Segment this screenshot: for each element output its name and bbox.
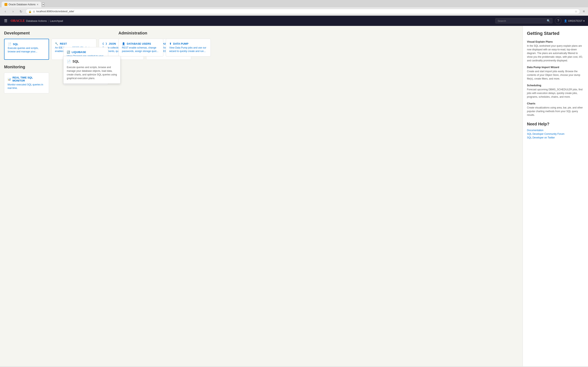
- gs-item-visual-explain: Visual Explain Plans In the SQL workshee…: [527, 40, 584, 62]
- json-icon: { }: [102, 42, 107, 45]
- new-tab-button[interactable]: +: [42, 3, 44, 7]
- administration-title: Administration: [118, 31, 211, 35]
- username-label: ORDSTEST: [568, 19, 582, 22]
- forward-button[interactable]: ›: [10, 8, 16, 14]
- gs-charts-desc: Create visualizations using area, bar, p…: [527, 106, 584, 117]
- development-title: Development: [4, 31, 519, 35]
- gs-item-data-pump: Data Pump Import Wizard Create and start…: [527, 66, 584, 81]
- administration-section: Administration 👤 DATABASE USERS REST ena…: [118, 31, 211, 57]
- search-icon[interactable]: 🔍: [547, 19, 550, 22]
- db-users-card-title: 👤 DATABASE USERS: [122, 42, 160, 45]
- rtsm-title-text: REAL TIME SQL MONITOR: [12, 76, 45, 82]
- url-display: localhost:8080/ords/ordstest/_sdw/: [36, 10, 573, 13]
- rest-icon: 🔧: [55, 42, 58, 45]
- getting-started-title: Getting Started: [527, 31, 584, 36]
- gs-visual-explain-title: Visual Explain Plans: [527, 40, 584, 43]
- db-users-title-text: DATABASE USERS: [127, 42, 151, 45]
- security-icon: 🔒: [28, 10, 32, 13]
- need-help-title: Need Help?: [527, 122, 584, 126]
- gs-scheduling-title: Scheduling: [527, 84, 584, 87]
- right-sidebar: Getting Started Visual Explain Plans In …: [523, 26, 588, 366]
- oracle-wordmark: ORACLE: [11, 19, 25, 23]
- tab-bar: 🔶 Oracle Database Actions × +: [0, 0, 588, 7]
- tooltip-description: Execute queries and scripts, browse and …: [67, 66, 117, 80]
- community-forum-link[interactable]: SQL Developer Community Forum: [527, 133, 584, 135]
- oracle-logo: ORACLE Database Actions | Launchpad: [11, 19, 63, 23]
- address-icon: ⊙: [33, 10, 35, 13]
- gs-data-pump-title: Data Pump Import Wizard: [527, 66, 584, 69]
- rtsm-icon: 📊: [8, 78, 11, 81]
- db-users-icon: 👤: [122, 42, 125, 45]
- app-header: ☰ ORACLE Database Actions | Launchpad 🔍 …: [0, 16, 588, 26]
- twitter-link[interactable]: SQL Developer on Twitter: [527, 136, 584, 139]
- sql-title-text: SQL: [13, 43, 18, 46]
- database-users-card[interactable]: 👤 DATABASE USERS REST enable schemas, ch…: [118, 39, 163, 57]
- sql-card-desc: Execute queries and scripts, browse and …: [8, 47, 45, 53]
- tab-close-button[interactable]: ×: [37, 3, 38, 6]
- data-pump-icon: ⬆: [169, 42, 172, 45]
- help-button[interactable]: ?: [555, 17, 562, 24]
- rest-title-text: REST: [60, 42, 67, 45]
- data-pump-card[interactable]: ⬆ DATA PUMP View Data Pump jobs and use …: [166, 39, 211, 57]
- search-input[interactable]: [498, 19, 545, 22]
- gs-item-charts: Charts Create visualizations using area,…: [527, 102, 584, 117]
- browser-menu-button[interactable]: ≡: [582, 9, 586, 14]
- liquibase-icon: 🔄: [67, 50, 70, 54]
- bookmark-icon[interactable]: ☆: [575, 10, 577, 13]
- sql-icon: 📄: [8, 42, 11, 46]
- reload-button[interactable]: ↻: [18, 8, 24, 14]
- rest-card-title: 🔧 REST: [55, 42, 93, 45]
- rtsm-card-title: 📊 REAL TIME SQL MONITOR: [8, 76, 45, 82]
- nav-extra-buttons: ≡: [582, 9, 586, 14]
- tooltip-icon: 📄: [67, 59, 71, 63]
- user-chevron-icon: ▾: [583, 19, 585, 22]
- data-pump-card-title: ⬆ DATA PUMP: [169, 42, 207, 45]
- gs-item-scheduling: Scheduling Forecast upcoming DBMS_SCHEDU…: [527, 84, 584, 99]
- active-tab[interactable]: 🔶 Oracle Database Actions ×: [2, 2, 41, 7]
- rtsm-card-desc: Monitor executed SQL queries in real tim…: [8, 83, 45, 90]
- getting-started-items: Visual Explain Plans In the SQL workshee…: [527, 40, 584, 117]
- sql-tooltip-popup: 📄 SQL Execute queries and scripts, brows…: [63, 56, 121, 83]
- search-box[interactable]: 🔍: [495, 18, 553, 24]
- back-button[interactable]: ‹: [2, 8, 8, 14]
- address-bar[interactable]: 🔒 ⊙ localhost:8080/ords/ordstest/_sdw/ ☆: [26, 9, 580, 14]
- liquibase-card-title: 🔄 LIQUIBASE: [67, 50, 105, 54]
- app-subtitle: Database Actions: [26, 19, 47, 22]
- sql-card-title: 📄 SQL: [8, 42, 45, 46]
- user-icon: 👤: [564, 19, 567, 22]
- main-content: Development 📄 SQL Execute queries and sc…: [0, 26, 588, 366]
- data-pump-card-desc: View Data Pump jobs and use our wizard t…: [169, 46, 207, 53]
- content-area: Development 📄 SQL Execute queries and sc…: [0, 26, 523, 366]
- browser-chrome: 🔶 Oracle Database Actions × + ‹ › ↻ 🔒 ⊙ …: [0, 0, 588, 16]
- hamburger-menu-button[interactable]: ☰: [3, 18, 8, 24]
- gs-data-pump-desc: Create and start import jobs easily. Bro…: [527, 69, 584, 81]
- administration-cards: 👤 DATABASE USERS REST enable schemas, ch…: [118, 39, 211, 57]
- gs-charts-title: Charts: [527, 102, 584, 105]
- db-users-card-desc: REST enable schemas, change passwords, a…: [122, 46, 160, 53]
- tooltip-title: 📄 SQL: [67, 59, 117, 63]
- gs-scheduling-desc: Forecast upcoming DBMS_SCHEDULER jobs, f…: [527, 88, 584, 99]
- documentation-link[interactable]: Documentation: [527, 129, 584, 132]
- need-help-section: Need Help? Documentation SQL Developer C…: [527, 122, 584, 139]
- sql-card[interactable]: 📄 SQL Execute queries and scripts, brows…: [4, 39, 49, 60]
- tab-favicon: 🔶: [4, 3, 7, 6]
- gs-visual-explain-desc: In the SQL worksheet your query explain …: [527, 44, 584, 62]
- browser-nav: ‹ › ↻ 🔒 ⊙ localhost:8080/ords/ordstest/_…: [0, 7, 588, 16]
- separator: |: [48, 19, 49, 22]
- user-menu-button[interactable]: 👤 ORDSTEST ▾: [564, 19, 585, 22]
- tab-title: Oracle Database Actions: [9, 3, 35, 6]
- launchpad-label: Launchpad: [50, 19, 63, 22]
- data-pump-title-text: DATA PUMP: [173, 42, 189, 45]
- real-time-sql-monitor-card[interactable]: 📊 REAL TIME SQL MONITOR Monitor executed…: [4, 73, 49, 93]
- json-title-text: JSON: [109, 42, 116, 45]
- liquibase-title-text: LIQUIBASE: [72, 50, 86, 54]
- tooltip-title-text: SQL: [72, 60, 79, 63]
